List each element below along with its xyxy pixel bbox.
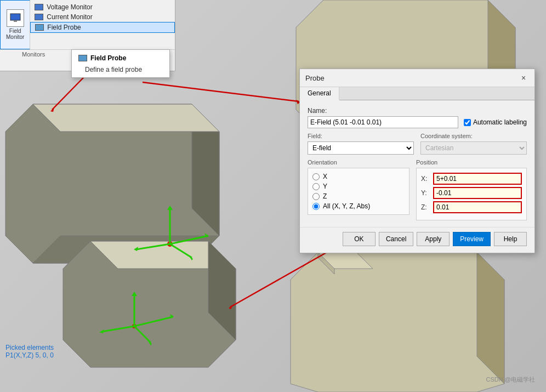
svg-line-26 bbox=[134, 326, 151, 343]
orientation-y-row: Y bbox=[312, 183, 405, 190]
picked-elements: Picked elements P1(X,Y,Z) 5, 0, 0 bbox=[5, 344, 54, 359]
dialog-title: Probe bbox=[305, 74, 325, 82]
svg-line-21 bbox=[136, 244, 170, 249]
probe-dialog: Probe × General Name: Automatic labeling… bbox=[299, 69, 535, 253]
svg-marker-10 bbox=[291, 252, 504, 392]
pos-x-label: X: bbox=[421, 175, 430, 183]
orientation-z-row: Z bbox=[312, 192, 405, 200]
orientation-all-label: All (X, Y, Z, Abs) bbox=[323, 202, 370, 210]
svg-marker-4 bbox=[192, 104, 219, 236]
preview-button[interactable]: Preview bbox=[453, 232, 491, 246]
field-probe-popup: Field Probe Define a field probe bbox=[71, 49, 170, 78]
svg-point-23 bbox=[132, 324, 136, 328]
svg-marker-12 bbox=[318, 252, 373, 269]
pos-x-input[interactable] bbox=[433, 173, 522, 185]
field-select[interactable]: E-field H-field J-field bbox=[308, 141, 414, 155]
position-title: Position bbox=[416, 159, 527, 166]
ok-button[interactable]: OK bbox=[343, 232, 376, 246]
svg-marker-27 bbox=[148, 341, 152, 345]
pos-z-label: Z: bbox=[421, 203, 430, 211]
pos-y-input[interactable] bbox=[433, 187, 522, 199]
coord-select[interactable]: Cartesian bbox=[420, 141, 527, 155]
svg-marker-3 bbox=[5, 104, 219, 263]
svg-line-19 bbox=[170, 244, 192, 258]
coord-label: Coordinate system: bbox=[420, 133, 527, 139]
auto-label-text: Automatic labeling bbox=[473, 118, 527, 126]
svg-point-14 bbox=[167, 241, 173, 247]
voltage-monitor-item[interactable]: Voltage Monitor bbox=[30, 2, 175, 12]
dialog-close-button[interactable]: × bbox=[518, 72, 529, 83]
dialog-buttons: OK Cancel Apply Preview Help bbox=[300, 227, 534, 253]
svg-line-15 bbox=[170, 236, 208, 244]
svg-marker-16 bbox=[204, 233, 208, 237]
svg-marker-5 bbox=[33, 236, 219, 263]
svg-line-34 bbox=[143, 82, 299, 101]
svg-marker-11 bbox=[477, 252, 504, 384]
svg-marker-29 bbox=[99, 329, 104, 333]
popup-field-probe-icon bbox=[78, 55, 87, 61]
field-probe-item[interactable]: Field Probe bbox=[30, 22, 175, 33]
help-button[interactable]: Help bbox=[494, 232, 527, 246]
svg-marker-8 bbox=[90, 241, 236, 269]
voltage-monitor-label: Voltage Monitor bbox=[47, 3, 92, 11]
pos-x-row: X: bbox=[421, 173, 522, 185]
orientation-all-row: All (X, Y, Z, Abs) bbox=[312, 202, 405, 210]
name-label: Name: bbox=[308, 107, 527, 115]
orientation-title: Orientation bbox=[308, 159, 410, 166]
popup-define-field-probe[interactable]: Define a field probe bbox=[72, 64, 169, 75]
svg-marker-31 bbox=[132, 292, 137, 296]
apply-button[interactable]: Apply bbox=[417, 232, 450, 246]
field-probe-icon bbox=[35, 24, 44, 31]
pos-z-input[interactable] bbox=[433, 201, 522, 213]
current-monitor-label: Current Monitor bbox=[47, 13, 92, 21]
field-probe-label: Field Probe bbox=[47, 24, 81, 31]
toolbar-field-monitor[interactable]: FieldMonitor bbox=[0, 0, 30, 49]
csdn-watermark: CSDN @电磁学社 bbox=[486, 376, 535, 384]
orientation-x-label: X bbox=[323, 173, 327, 180]
dialog-tabs: General bbox=[300, 87, 534, 100]
pos-z-row: Z: bbox=[421, 201, 522, 213]
pos-y-label: Y: bbox=[421, 189, 430, 197]
dialog-body: Name: Automatic labeling Field: E-field … bbox=[300, 100, 534, 227]
svg-marker-25 bbox=[170, 314, 174, 318]
svg-marker-6 bbox=[33, 104, 219, 132]
svg-rect-40 bbox=[10, 14, 20, 20]
pos-y-row: Y: bbox=[421, 187, 522, 199]
orientation-y-label: Y bbox=[323, 183, 327, 190]
tab-general[interactable]: General bbox=[300, 87, 339, 100]
orientation-z-label: Z bbox=[323, 192, 327, 200]
svg-line-24 bbox=[134, 317, 173, 326]
orientation-y-radio[interactable] bbox=[312, 183, 320, 190]
svg-marker-22 bbox=[134, 247, 138, 251]
current-monitor-icon bbox=[35, 14, 43, 20]
svg-line-28 bbox=[101, 326, 134, 332]
name-input[interactable] bbox=[308, 116, 458, 128]
svg-marker-18 bbox=[167, 206, 173, 210]
orientation-z-radio[interactable] bbox=[312, 193, 320, 200]
popup-field-probe-label: Field Probe bbox=[90, 54, 126, 62]
orientation-x-row: X bbox=[312, 173, 405, 180]
svg-marker-7 bbox=[63, 241, 236, 367]
orientation-x-radio[interactable] bbox=[312, 173, 320, 180]
auto-label-row: Automatic labeling bbox=[464, 118, 527, 126]
field-label: Field: bbox=[308, 133, 414, 139]
svg-marker-20 bbox=[189, 256, 193, 260]
orientation-all-radio[interactable] bbox=[312, 203, 320, 210]
svg-marker-37 bbox=[229, 305, 233, 309]
cancel-button[interactable]: Cancel bbox=[379, 232, 413, 246]
svg-rect-41 bbox=[14, 20, 17, 22]
svg-marker-39 bbox=[50, 107, 54, 112]
voltage-monitor-icon bbox=[35, 4, 43, 10]
svg-marker-9 bbox=[208, 241, 236, 340]
auto-label-checkbox[interactable] bbox=[464, 119, 471, 126]
dialog-titlebar: Probe × bbox=[300, 69, 534, 87]
popup-field-probe[interactable]: Field Probe bbox=[72, 52, 169, 64]
current-monitor-item[interactable]: Current Monitor bbox=[30, 12, 175, 22]
orientation-group: X Y Z All (X, Y, Z, Abs) bbox=[308, 168, 410, 215]
field-monitor-label: FieldMonitor bbox=[6, 28, 24, 40]
position-group: X: Y: Z: bbox=[416, 168, 527, 220]
svg-marker-13 bbox=[318, 252, 334, 274]
